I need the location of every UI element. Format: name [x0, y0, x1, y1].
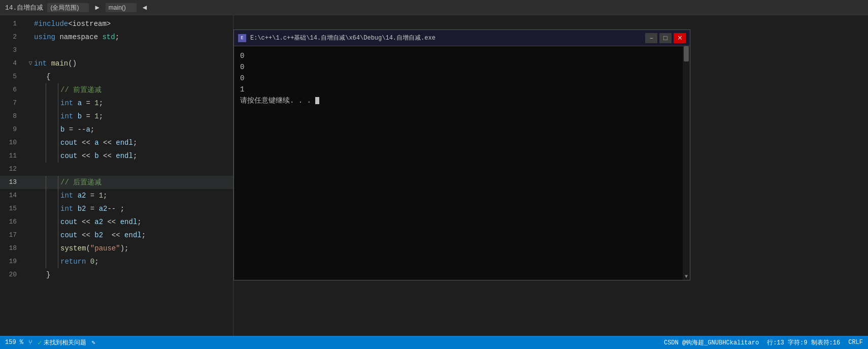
console-cursor — [315, 97, 319, 104]
line-content-1: #include<iostream> — [34, 17, 233, 30]
check-icon: ✓ — [38, 338, 42, 347]
code-line-18: 18 system("pause"); — [0, 242, 233, 255]
status-encoding[interactable]: CRLF — [848, 339, 863, 346]
status-bar-left: 159 % ⑂ ✓ 未找到相关问题 ✎ — [5, 338, 95, 347]
line-content-19: return 0; — [60, 255, 233, 268]
function-dropdown[interactable]: main() — [106, 3, 137, 12]
fold-4[interactable]: ▽ — [27, 57, 34, 70]
console-controls: － □ ✕ — [645, 33, 686, 43]
code-line-16: 16 cout << a2 << endl; — [0, 215, 233, 229]
position-label: 行:13 字符:9 制表符:16 — [767, 338, 840, 347]
code-line-13: 13 // 后置递减 — [0, 176, 233, 189]
nav-back-icon[interactable]: ◀ — [141, 3, 149, 12]
status-bar: 159 % ⑂ ✓ 未找到相关问题 ✎ CSDN @钩海超_GNUBHCkali… — [0, 336, 868, 349]
code-line-20: 20 } — [0, 268, 233, 281]
console-title-text: E:\c++\1.c++基础\14.自增自减\x64\Debug\14.自增自减… — [250, 34, 645, 42]
code-line-19: 19 return 0; — [0, 255, 233, 268]
status-git: ⑂ — [28, 339, 32, 346]
code-line-9: 9 b = --a; — [0, 123, 233, 136]
encoding-label: CRLF — [848, 339, 863, 346]
line-num-15: 15 — [0, 202, 23, 215]
console-content: 0 0 0 1 请按任意键继续. . . ▼ — [234, 46, 690, 280]
line-num-3: 3 — [0, 44, 23, 57]
zoom-label: 159 % — [5, 339, 23, 346]
console-scrollbar-arrow-down[interactable]: ▼ — [684, 273, 689, 280]
scope-dropdown[interactable]: (全局范围) — [47, 3, 89, 12]
status-no-problems[interactable]: ✓ 未找到相关问题 — [38, 338, 86, 347]
line-content-5: { — [46, 70, 233, 83]
code-line-15: 15 int b2 = a2-- ; — [0, 202, 233, 215]
line-num-2: 2 — [0, 30, 23, 44]
code-line-17: 17 cout << b2 << endl; — [0, 229, 233, 242]
code-line-6: 6 // 前置递减 — [0, 83, 233, 97]
console-restore-button[interactable]: □ — [659, 33, 672, 43]
code-line-3: 3 — [0, 44, 233, 57]
console-title-bar: E E:\c++\1.c++基础\14.自增自减\x64\Debug\14.自增… — [234, 30, 690, 46]
line-num-17: 17 — [0, 229, 23, 242]
line-content-20: } — [46, 268, 233, 281]
code-line-11: 11 cout << b << endl; — [0, 149, 233, 163]
console-output-line-2: 0 — [240, 61, 684, 73]
line-num-16: 16 — [0, 215, 23, 229]
line-num-1: 1 — [0, 17, 23, 30]
line-content-18: system("pause"); — [60, 242, 233, 255]
code-lines: 1 #include<iostream> 2 using namespace s… — [0, 17, 233, 281]
status-zoom[interactable]: 159 % — [5, 339, 23, 346]
line-num-10: 10 — [0, 136, 23, 149]
line-content-14: int a2 = 1; — [60, 189, 233, 202]
line-content-10: cout << a << endl; — [60, 136, 233, 149]
line-num-14: 14 — [0, 189, 23, 202]
console-output-line-3: 0 — [240, 73, 684, 84]
line-content-13: // 后置递减 — [60, 176, 233, 189]
code-line-8: 8 int b = 1; — [0, 110, 233, 123]
code-line-14: 14 int a2 = 1; — [0, 189, 233, 202]
line-content-8: int b = 1; — [60, 110, 233, 123]
nav-forward-icon[interactable]: ▶ — [93, 3, 101, 12]
no-problems-label: 未找到相关问题 — [44, 338, 86, 347]
source-control-icon: ✎ — [91, 339, 95, 346]
console-output-line-1: 0 — [240, 50, 684, 61]
csdn-label: CSDN @钩海超_GNUBHCkalitaro — [664, 338, 759, 347]
status-csdn: CSDN @钩海超_GNUBHCkalitaro — [664, 338, 759, 347]
code-line-1: 1 #include<iostream> — [0, 17, 233, 30]
line-num-19: 19 — [0, 255, 23, 268]
line-num-20: 20 — [0, 268, 23, 281]
line-content-7: int a = 1; — [60, 97, 233, 110]
console-close-button[interactable]: ✕ — [674, 33, 686, 43]
line-num-11: 11 — [0, 149, 23, 163]
main-area: 1 #include<iostream> 2 using namespace s… — [0, 15, 868, 336]
line-num-6: 6 — [0, 83, 23, 97]
line-num-9: 9 — [0, 123, 23, 136]
line-num-13: 13 — [0, 176, 23, 189]
line-num-5: 5 — [0, 70, 23, 83]
console-app-icon: E — [238, 34, 246, 42]
code-line-7: 7 int a = 1; — [0, 97, 233, 110]
title-bar: 14.自增自减 (全局范围) ▶ main() ◀ — [0, 0, 868, 15]
code-line-12: 12 — [0, 163, 233, 176]
status-bar-right: CSDN @钩海超_GNUBHCkalitaro 行:13 字符:9 制表符:1… — [664, 338, 863, 347]
status-position[interactable]: 行:13 字符:9 制表符:16 — [767, 338, 840, 347]
console-prompt-line: 请按任意键继续. . . — [240, 95, 684, 106]
code-line-5: 5 { — [0, 70, 233, 83]
console-scrollbar[interactable]: ▼ — [683, 46, 690, 280]
console-output-line-4: 1 — [240, 84, 684, 95]
code-line-4: 4 ▽ int main() — [0, 57, 233, 70]
console-minimize-button[interactable]: － — [645, 33, 657, 43]
title-bar-left: 14.自增自减 (全局范围) ▶ main() ◀ — [5, 3, 863, 12]
status-source-control[interactable]: ✎ — [91, 339, 95, 346]
console-scrollbar-thumb[interactable] — [684, 46, 689, 61]
code-line-10: 10 cout << a << endl; — [0, 136, 233, 149]
line-num-8: 8 — [0, 110, 23, 123]
console-window[interactable]: E E:\c++\1.c++基础\14.自增自减\x64\Debug\14.自增… — [233, 29, 690, 280]
line-content-15: int b2 = a2-- ; — [60, 202, 233, 215]
line-num-18: 18 — [0, 242, 23, 255]
code-editor[interactable]: 1 #include<iostream> 2 using namespace s… — [0, 15, 233, 336]
line-num-12: 12 — [0, 163, 23, 176]
code-line-2: 2 using namespace std; — [0, 30, 233, 44]
line-num-4: 4 — [0, 57, 23, 70]
line-content-6: // 前置递减 — [60, 83, 233, 97]
line-content-9: b = --a; — [60, 123, 233, 136]
line-content-4: int main() — [34, 57, 233, 70]
line-content-16: cout << a2 << endl; — [60, 215, 233, 229]
line-num-7: 7 — [0, 97, 23, 110]
